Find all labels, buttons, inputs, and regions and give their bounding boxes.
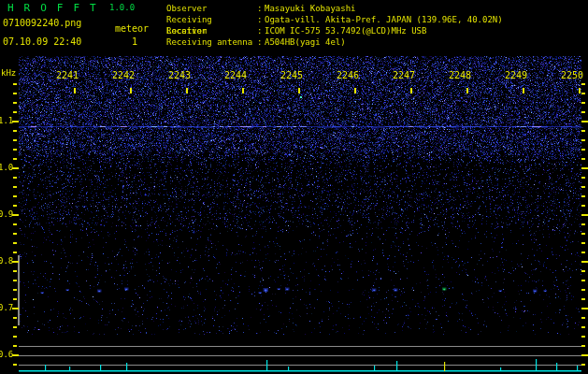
colon: : xyxy=(257,14,265,25)
time-tick-label: 2243 xyxy=(159,70,191,80)
info-label: Receiving antenna xyxy=(166,36,257,48)
info-label: Observer xyxy=(166,3,257,14)
freq-tick-label: 0.8 xyxy=(0,256,13,266)
colon: : xyxy=(257,25,265,36)
time-tick-label: 2242 xyxy=(103,70,135,80)
mode-label: meteor xyxy=(115,23,149,34)
time-tick-label: 2249 xyxy=(495,70,527,80)
info-value: A504HB(yagi 4el) xyxy=(265,36,346,48)
datetime-label: 07.10.09 22:40 xyxy=(3,36,81,47)
hrofft-window: HROFFT 1.0.0 0710092240.png meteor 07.10… xyxy=(0,0,588,374)
freq-tick-label: 1.0 xyxy=(0,163,13,173)
time-tick-label: 2244 xyxy=(215,70,247,80)
time-tick-label: 2250 xyxy=(552,70,583,80)
app-title: HROFFT xyxy=(7,2,107,14)
info-label: Receiver xyxy=(166,25,257,36)
info-row-observer: Observer:Masayuki Kobayashi xyxy=(166,3,503,14)
colon: : xyxy=(257,36,265,48)
freq-tick-label: 1.1 xyxy=(0,116,13,126)
station-info: Observer:Masayuki Kobayashi Receiving Lo… xyxy=(166,3,503,48)
time-tick-label: 2245 xyxy=(271,70,303,80)
app-version: 1.0.0 xyxy=(109,3,135,12)
info-value: Masayuki Kobayashi xyxy=(265,3,356,14)
info-value: Ogata-vill. Akita-Pref. JAPAN (139.96E, … xyxy=(265,14,503,25)
meteor-count: 1 xyxy=(132,36,137,47)
info-row-receiver: Receiver:ICOM IC-575 53.7492(@LCD)MHz US… xyxy=(166,25,503,36)
colon: : xyxy=(257,3,265,14)
freq-tick-label: 0.7 xyxy=(0,303,13,313)
info-label: Receiving Location xyxy=(166,14,257,25)
freq-axis-unit: kHz xyxy=(1,68,16,78)
time-tick-label: 2247 xyxy=(383,70,415,80)
info-value: ICOM IC-575 53.7492(@LCD)MHz USB xyxy=(265,25,426,36)
time-tick-label: 2246 xyxy=(327,70,359,80)
freq-tick-label: 0.6 xyxy=(0,350,13,360)
info-row-antenna: Receiving antenna:A504HB(yagi 4el) xyxy=(166,36,503,48)
time-tick-label: 2248 xyxy=(439,70,471,80)
time-tick-label: 2241 xyxy=(47,70,79,80)
spectrogram-canvas xyxy=(0,0,588,374)
output-filename: 0710092240.png xyxy=(3,18,81,28)
freq-tick-label: 0.9 xyxy=(0,209,13,220)
info-row-location: Receiving Location:Ogata-vill. Akita-Pre… xyxy=(166,14,503,25)
